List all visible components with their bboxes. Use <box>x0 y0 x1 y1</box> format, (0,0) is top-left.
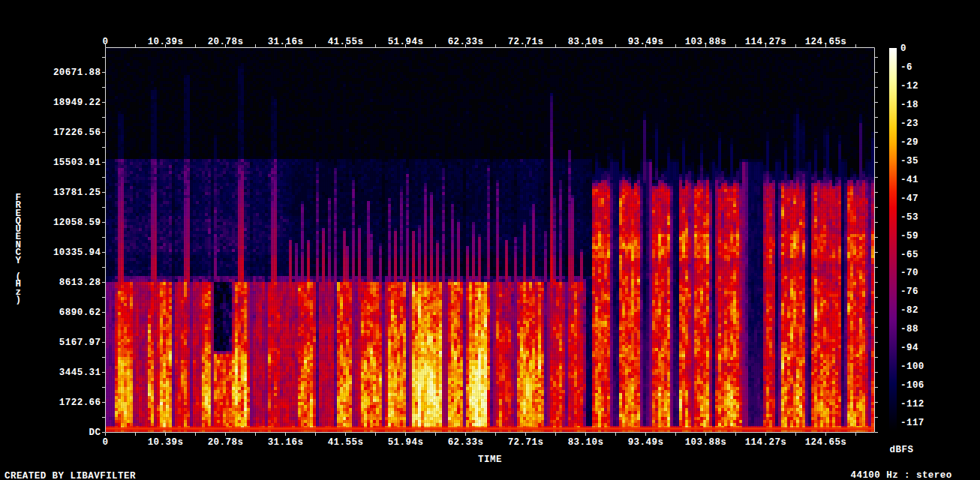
svg-text:-29: -29 <box>900 137 918 148</box>
svg-text:62.33s: 62.33s <box>448 437 484 448</box>
svg-text:3445.31: 3445.31 <box>59 368 101 378</box>
svg-text:12058.59: 12058.59 <box>53 218 101 228</box>
svg-text:31.16s: 31.16s <box>268 37 304 47</box>
svg-text:-88: -88 <box>900 324 918 334</box>
svg-text:20671.88: 20671.88 <box>53 68 101 78</box>
svg-text:20.78s: 20.78s <box>208 37 244 47</box>
svg-text:-112: -112 <box>900 399 924 410</box>
svg-text:DC: DC <box>89 428 101 438</box>
svg-text:-53: -53 <box>900 212 918 223</box>
svg-text:-100: -100 <box>900 362 924 372</box>
svg-text:6890.62: 6890.62 <box>59 308 101 318</box>
svg-text:72.71s: 72.71s <box>508 437 544 448</box>
svg-text:41.55s: 41.55s <box>328 437 364 448</box>
svg-text:20.78s: 20.78s <box>208 437 244 448</box>
svg-text:0: 0 <box>103 37 109 47</box>
svg-text:-47: -47 <box>900 194 918 204</box>
svg-text:124.65s: 124.65s <box>805 437 847 448</box>
svg-text:15503.91: 15503.91 <box>53 158 101 168</box>
svg-text:-59: -59 <box>900 231 918 242</box>
svg-text:-94: -94 <box>900 343 918 353</box>
svg-text:-76: -76 <box>900 286 918 297</box>
svg-text:51.94s: 51.94s <box>388 437 424 448</box>
svg-text:103.88s: 103.88s <box>685 37 727 47</box>
svg-text:51.94s: 51.94s <box>388 37 424 47</box>
svg-text:1722.66: 1722.66 <box>59 398 101 408</box>
svg-text:10.39s: 10.39s <box>148 437 184 448</box>
svg-text:0: 0 <box>900 44 906 54</box>
svg-text:-41: -41 <box>900 175 918 185</box>
svg-text:114.27s: 114.27s <box>745 37 787 47</box>
svg-text:10335.94: 10335.94 <box>53 248 101 258</box>
svg-text:83.10s: 83.10s <box>568 437 604 448</box>
svg-text:18949.22: 18949.22 <box>53 98 101 108</box>
svg-text:103.88s: 103.88s <box>685 437 727 448</box>
svg-text:-106: -106 <box>900 380 924 391</box>
svg-text:-65: -65 <box>900 250 918 260</box>
svg-text:dBFS: dBFS <box>890 445 914 455</box>
svg-text:-18: -18 <box>900 100 918 110</box>
svg-text:72.71s: 72.71s <box>508 37 544 47</box>
svg-text:62.33s: 62.33s <box>448 37 484 47</box>
svg-text:-23: -23 <box>900 118 918 129</box>
svg-text:8613.28: 8613.28 <box>59 278 101 288</box>
svg-text:93.49s: 93.49s <box>628 37 664 47</box>
svg-text:-117: -117 <box>900 418 924 428</box>
svg-text:93.49s: 93.49s <box>628 437 664 448</box>
svg-text:83.10s: 83.10s <box>568 37 604 47</box>
svg-text:-12: -12 <box>900 81 918 92</box>
svg-text:5167.97: 5167.97 <box>59 338 101 348</box>
svg-text:41.55s: 41.55s <box>328 37 364 47</box>
svg-text:-82: -82 <box>900 305 918 316</box>
svg-text:CREATED BY LIBAVFILTER: CREATED BY LIBAVFILTER <box>5 471 136 480</box>
svg-text:13781.25: 13781.25 <box>53 188 101 198</box>
svg-text:): ) <box>16 295 22 305</box>
svg-text:44100 Hz : stereo: 44100 Hz : stereo <box>851 470 952 480</box>
svg-text:17226.56: 17226.56 <box>53 128 101 138</box>
svg-text:Y: Y <box>16 256 22 266</box>
svg-text:114.27s: 114.27s <box>745 437 787 448</box>
svg-text:-6: -6 <box>900 62 912 73</box>
svg-text:10.39s: 10.39s <box>148 37 184 47</box>
svg-text:-70: -70 <box>900 268 918 278</box>
svg-text:0: 0 <box>103 437 109 448</box>
svg-text:-35: -35 <box>900 156 918 166</box>
svg-text:31.16s: 31.16s <box>268 437 304 448</box>
svg-text:TIME: TIME <box>478 454 502 465</box>
svg-text:124.65s: 124.65s <box>805 37 847 47</box>
